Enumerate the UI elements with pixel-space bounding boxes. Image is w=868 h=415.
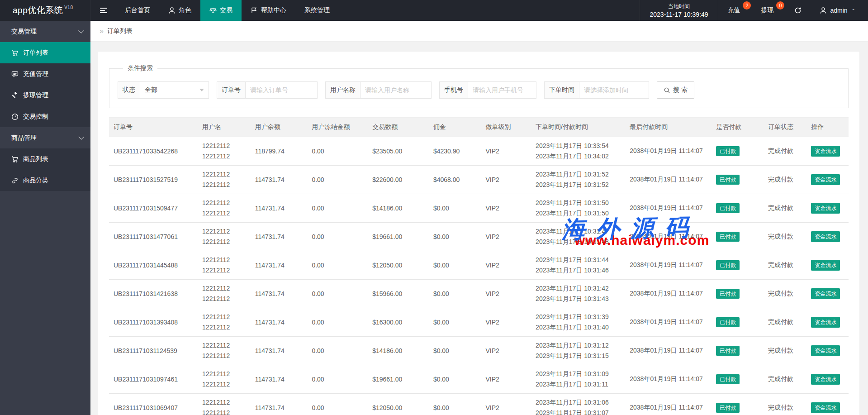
username: admin [830,7,847,14]
order-status-cell: 完成付款 [764,251,807,280]
order-row: UB2311171033542268 12212112 12212112 118… [109,137,849,166]
commission-cell: $0.00 [429,194,481,223]
last-pay-time-cell: 2038年01月19日 11:14:07 [625,223,711,251]
main-content: 条件搜索 状态 全部 订单号 用户名称 [90,42,868,415]
recharge-button[interactable]: 充值 2 [718,0,752,21]
fund-flow-button[interactable]: 资金流水 [811,402,840,413]
search-button[interactable]: 搜 索 [657,81,694,99]
refresh-button[interactable] [785,0,811,21]
sidebar-item-recharge[interactable]: 充值管理 [0,63,90,85]
frozen-cell: 0.00 [307,337,368,365]
order-time-cell: 2023年11月17日 10:33:54 2023年11月17日 10:34:0… [531,137,625,166]
sidebar-item-label: 订单列表 [23,49,48,57]
message-icon [11,71,19,78]
local-time-block: 当地时间 2023-11-17 10:39:49 [640,0,719,21]
order-no-cell: UB2311171031421638 [109,280,198,308]
user-menu[interactable]: admin ⌃ [811,0,868,21]
balance-cell: 114731.74 [251,365,308,394]
paid-badge: 已付款 [716,374,740,384]
fund-flow-button[interactable]: 资金流水 [811,374,840,385]
sidebar-collapse-button[interactable] [90,0,116,21]
order-no-input[interactable] [245,81,318,99]
last-pay-time-cell: 2038年01月19日 11:14:07 [625,308,711,337]
order-time-cell: 2023年11月17日 10:31:12 2023年11月17日 10:31:1… [531,337,625,365]
user-name-input[interactable] [360,81,432,99]
status-select[interactable]: 全部 [140,81,209,99]
phone-input[interactable] [468,81,536,99]
order-row: UB2311171031421638 12212112 12212112 114… [109,280,849,308]
sidebar-item-label: 商品分类 [23,176,48,185]
order-time-label: 下单时间 [544,81,579,99]
order-table-head: 订单号用户名用户余额用户冻结金额交易数额佣金做单级别下单时间/付款时间最后付款时… [109,118,849,137]
level-cell: VIP2 [481,137,531,166]
hamburger-icon [100,8,107,13]
user-name-cell: 12212112 12212112 [198,337,251,365]
fund-flow-button[interactable]: 资金流水 [811,203,840,214]
order-status-cell: 完成付款 [764,394,807,415]
order-row: UB2311171031069407 12212112 12212112 114… [109,394,849,415]
sidebar-item-withdraw[interactable]: 提现管理 [0,85,90,106]
frozen-cell: 0.00 [307,251,368,280]
withdraw-button[interactable]: 提现 0 [752,0,785,21]
fund-flow-button[interactable]: 资金流水 [811,174,840,185]
commission-cell: $4068.00 [429,166,481,194]
cart-icon [11,156,19,163]
last-pay-time-cell: 2038年01月19日 11:14:07 [625,166,711,194]
status-label: 状态 [118,81,140,99]
order-status-cell: 完成付款 [764,223,807,251]
paid-badge: 已付款 [716,175,740,185]
order-no-cell: UB2311171031124539 [109,337,198,365]
select-caret-icon [199,89,204,91]
recharge-label: 充值 [727,6,740,14]
sidebar-item-goods-category[interactable]: 商品分类 [0,170,90,191]
sidebar-item-trade-control[interactable]: 交易控制 [0,106,90,127]
sidebar-group-trade[interactable]: 交易管理 [0,21,90,42]
frozen-cell: 0.00 [307,308,368,337]
nav-item-home[interactable]: 后台首页 [116,0,159,21]
user-name-cell: 12212112 12212112 [198,308,251,337]
commission-cell: $0.00 [429,394,481,415]
action-cell: 资金流水 [806,394,849,415]
sidebar-item-label: 商品列表 [23,155,48,163]
sidebar-item-goods-list[interactable]: 商品列表 [0,148,90,170]
nav-item-system[interactable]: 系统管理 [295,0,339,21]
frozen-cell: 0.00 [307,137,368,166]
order-list-card: 条件搜索 状态 全部 订单号 用户名称 [98,51,860,415]
column-header: 交易数额 [368,118,429,137]
nav-item-trade[interactable]: 交易 [200,0,242,21]
paid-cell: 已付款 [711,194,764,223]
sidebar-group-goods[interactable]: 商品管理 [0,127,90,148]
chevron-down-icon [78,28,84,33]
amount-cell: $19661.00 [368,365,429,394]
order-row: UB2311171031477061 12212112 12212112 114… [109,223,849,251]
column-header: 佣金 [429,118,481,137]
balance-cell: 114731.74 [251,251,308,280]
column-header: 最后付款时间 [625,118,711,137]
paid-badge: 已付款 [716,346,740,356]
fund-flow-button[interactable]: 资金流水 [811,288,840,299]
paid-badge: 已付款 [716,289,740,299]
fund-flow-button[interactable]: 资金流水 [811,231,840,242]
scales-icon [209,7,217,14]
nav-home-label: 后台首页 [125,6,150,14]
level-cell: VIP2 [481,251,531,280]
admin-user-icon [820,7,827,14]
paid-badge: 已付款 [716,403,740,413]
fund-flow-button[interactable]: 资金流水 [811,146,840,157]
order-time-cell: 2023年11月17日 10:31:52 2023年11月17日 10:31:5… [531,166,625,194]
nav-item-role[interactable]: 角色 [159,0,200,21]
refresh-icon [794,7,802,14]
order-table-body: UB2311171033542268 12212112 12212112 118… [109,137,849,415]
order-no-filter: 订单号 [217,81,318,99]
commission-cell: $0.00 [429,280,481,308]
fund-flow-button[interactable]: 资金流水 [811,260,840,271]
sidebar-item-label: 提现管理 [23,91,48,100]
order-time-input[interactable] [579,81,649,99]
sidebar-item-order-list[interactable]: 订单列表 [0,42,90,63]
user-name-cell: 12212112 12212112 [198,137,251,166]
fund-flow-button[interactable]: 资金流水 [811,345,840,356]
nav-item-help[interactable]: 帮助中心 [242,0,295,21]
fund-flow-button[interactable]: 资金流水 [811,317,840,328]
last-pay-time-cell: 2038年01月19日 11:14:07 [625,280,711,308]
order-no-cell: UB2311171031509477 [109,194,198,223]
